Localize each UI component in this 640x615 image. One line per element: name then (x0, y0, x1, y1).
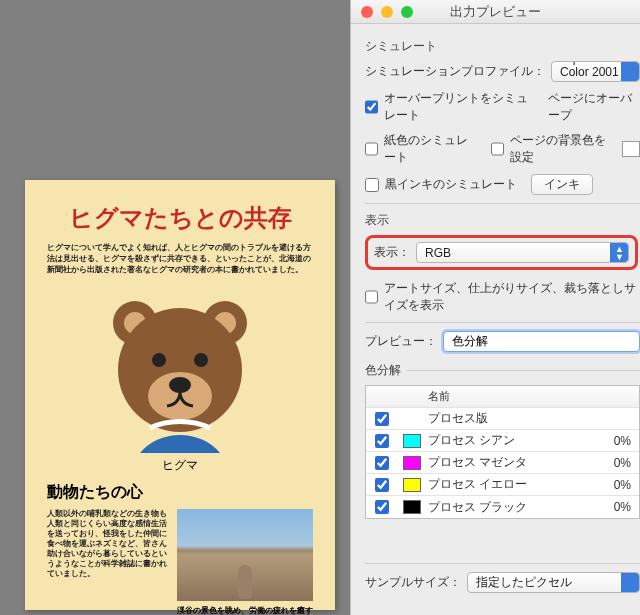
svg-point-5 (152, 353, 166, 367)
display-label: 表示： (374, 244, 410, 261)
separation-table: 名前 プロセス版 プロセス シアン 0% プロセス マゼンタ 0% (365, 385, 640, 519)
samplesize-label: サンプルサイズ： (365, 574, 461, 591)
bear-label: ヒグマ (47, 457, 313, 474)
preview-input[interactable] (443, 331, 640, 352)
display-section-label: 表示 (365, 212, 640, 229)
bgcolor-swatch[interactable] (622, 141, 640, 157)
chevron-updown-icon: ▲▼ (615, 245, 624, 261)
table-row[interactable]: プロセス マゼンタ 0% (366, 452, 639, 474)
bgcolor-checkbox[interactable]: ページの背景色を設定 (491, 132, 616, 166)
doc-photo-caption: 渓谷の景色を眺め、労働の疲れを癒す (177, 605, 313, 615)
profile-select[interactable]: Japan Color 2001 Co (551, 61, 640, 82)
display-select[interactable]: RGB ▲▼ (416, 242, 629, 263)
simulate-section-label: シミュレート (365, 38, 640, 55)
bear-illustration (47, 288, 313, 453)
table-row[interactable]: プロセス版 (366, 408, 639, 430)
name-column-header: 名前 (426, 389, 599, 404)
swatch-yellow (403, 478, 421, 492)
output-preview-panel: 出力プレビュー シミュレート シミュレーションプロファイル： Japan Col… (350, 0, 640, 615)
zoom-icon[interactable] (401, 6, 413, 18)
display-row-highlight: 表示： RGB ▲▼ (365, 235, 638, 270)
doc-main-title: ヒグマたちとの共存 (47, 202, 313, 234)
separation-legend: 色分解 (365, 362, 407, 379)
blackink-checkbox[interactable]: 黒インキのシミュレート (365, 176, 517, 193)
profile-label: シミュレーションプロファイル： (365, 63, 545, 80)
row-checkbox[interactable] (375, 500, 389, 514)
separation-fieldset: 色分解 (365, 362, 640, 379)
doc-subtitle: 動物たちの心 (47, 482, 313, 503)
swatch-cyan (403, 434, 421, 448)
row-checkbox[interactable] (375, 434, 389, 448)
svg-point-6 (194, 353, 208, 367)
row-checkbox[interactable] (375, 478, 389, 492)
document-preview: ヒグマたちとの共存 ヒグマについて学んでよく知れば、人とヒグマの間のトラブルを避… (25, 180, 335, 610)
minimize-icon[interactable] (381, 6, 393, 18)
doc-body-text: 人類以外の哺乳類などの生き物も人類と同じくらい高度な感情生活を送っており、怪我を… (47, 509, 167, 615)
table-row[interactable]: プロセス ブラック 0% (366, 496, 639, 518)
ink-button[interactable]: インキ (531, 174, 593, 195)
panel-title-bar: 出力プレビュー (351, 0, 640, 24)
samplesize-select[interactable]: 指定したピクセル (467, 572, 640, 593)
close-icon[interactable] (361, 6, 373, 18)
preview-label: プレビュー： (365, 333, 437, 350)
table-row[interactable]: プロセス シアン 0% (366, 430, 639, 452)
doc-intro-text: ヒグマについて学んでよく知れば、人とヒグマの間のトラブルを避ける方法は見出せる、… (47, 242, 313, 276)
swatch-black (403, 500, 421, 514)
swatch-magenta (403, 456, 421, 470)
samplesize-value: 指定したピクセル (476, 574, 572, 591)
overprint-checkbox[interactable]: オーバープリントをシミュレート (365, 90, 534, 124)
overprint-page-label: ページにオーバープ (548, 90, 640, 124)
artsize-checkbox[interactable]: アートサイズ、仕上がりサイズ、裁ち落としサイズを表示 (365, 280, 640, 314)
profile-value: Japan Color 2001 Co (560, 61, 619, 82)
doc-photo (177, 509, 313, 601)
table-header: 名前 (366, 386, 639, 408)
paper-checkbox[interactable]: 紙色のシミュレート (365, 132, 479, 166)
svg-point-8 (169, 377, 191, 393)
display-value: RGB (425, 246, 451, 260)
table-row[interactable]: プロセス イエロー 0% (366, 474, 639, 496)
row-checkbox[interactable] (375, 456, 389, 470)
row-checkbox[interactable] (375, 412, 389, 426)
